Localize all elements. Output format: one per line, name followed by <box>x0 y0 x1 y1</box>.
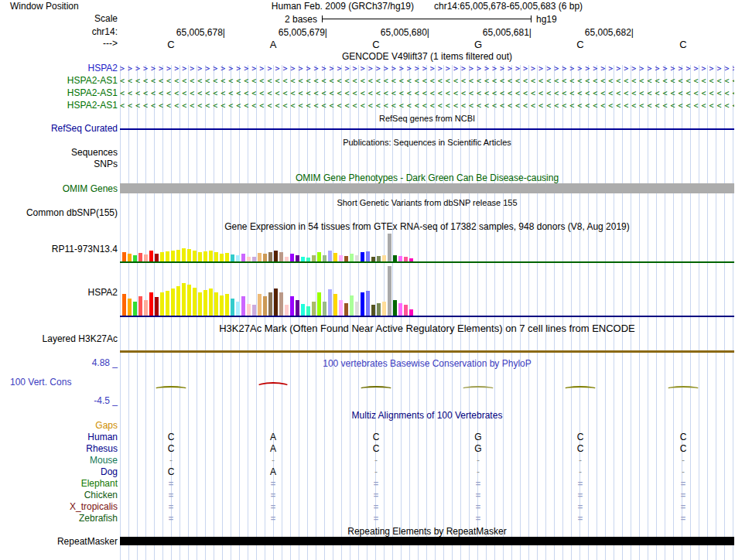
gtex-tissue-bar[interactable] <box>333 294 337 316</box>
gtex-tissue-bar[interactable] <box>236 255 240 261</box>
gtex-tissue-bar[interactable] <box>355 302 359 316</box>
omim-header[interactable]: OMIM Gene Phenotypes - Dark Green Can Be… <box>120 173 734 183</box>
gtex-tissue-bar[interactable] <box>138 253 142 261</box>
gtex-tissue-bar[interactable] <box>361 252 364 261</box>
gtex-tissue-bar[interactable] <box>122 252 126 261</box>
gtex-tissue-bar[interactable] <box>166 251 169 261</box>
gtex-tissue-bar[interactable] <box>317 252 321 261</box>
gtex-tissue-bar[interactable] <box>231 254 234 261</box>
gtex-tissue-bar[interactable] <box>160 292 164 316</box>
gtex-tissue-bar[interactable] <box>187 285 191 316</box>
gtex-tissue-bar[interactable] <box>258 294 262 316</box>
gtex-tissue-bar[interactable] <box>144 300 148 316</box>
gtex-tissue-bar[interactable] <box>155 297 159 316</box>
gtex-tissue-bar[interactable] <box>350 254 354 261</box>
gtex-tissue-bar[interactable] <box>133 302 137 316</box>
gtex-tissue-bar[interactable] <box>138 296 142 316</box>
gtex-tissue-bar[interactable] <box>263 254 267 261</box>
gtex-tissue-bar[interactable] <box>176 250 180 261</box>
gtex-tissue-bar[interactable] <box>333 253 337 261</box>
align-row-label-elephant[interactable]: Elephant <box>0 479 118 489</box>
h3k27ac-signal-line[interactable] <box>120 350 734 353</box>
gtex-tissue-bar[interactable] <box>214 252 218 261</box>
gtex-tissue-bar[interactable] <box>393 255 397 261</box>
track-label-layered-h3k27ac[interactable]: Layered H3K27Ac <box>0 334 118 344</box>
gtex-tissue-bar[interactable] <box>328 251 332 261</box>
gtex-tissue-bar[interactable] <box>225 294 229 316</box>
dbsnp-header[interactable]: Short Genetic Variants from dbSNP releas… <box>120 198 734 208</box>
gtex-tissue-bar[interactable] <box>155 254 159 261</box>
gtex-tissue-bar[interactable] <box>388 234 391 261</box>
gtex-tissue-bar[interactable] <box>128 254 132 261</box>
conservation-peak[interactable] <box>154 386 188 392</box>
gencode-header[interactable]: GENCODE V49lift37 (1 items filtered out) <box>120 52 734 62</box>
gtex-tissue-bar[interactable] <box>198 292 202 316</box>
track-label-refseq-curated[interactable]: RefSeq Curated <box>0 124 118 134</box>
track-label-hspa2[interactable]: HSPA2 <box>0 63 118 73</box>
gtex-tissue-bar[interactable] <box>404 257 408 261</box>
refseq-header[interactable]: RefSeq genes from NCBI <box>120 114 734 124</box>
gtex-tissue-bar[interactable] <box>393 300 397 316</box>
gtex-tissue-bar[interactable] <box>203 251 207 261</box>
publications-header[interactable]: Publications: Sequences in Scientific Ar… <box>120 138 734 148</box>
align-row-label-zebrafish[interactable]: Zebrafish <box>0 514 118 524</box>
gtex-tissue-bar[interactable] <box>339 300 343 316</box>
gtex-tissue-bar[interactable] <box>398 303 402 316</box>
gtex-tissue-bar[interactable] <box>241 296 245 316</box>
gtex-tissue-bar[interactable] <box>285 305 289 316</box>
gtex-tissue-bar[interactable] <box>301 257 305 261</box>
gtex-tissue-bar[interactable] <box>128 299 132 316</box>
gene-strand-arrows[interactable]: >>>>>>>>>>>>>>>>>>>>>>>>>>>>>>>>>>>>>>>>… <box>120 63 734 73</box>
track-label-rp11-973n13-4[interactable]: RP11-973N13.4 <box>0 244 118 254</box>
gtex-tissue-bar[interactable] <box>274 251 278 261</box>
repeatmasker-header[interactable]: Repeating Elements by RepeatMasker <box>120 527 734 537</box>
multiz-header[interactable]: Multiz Alignments of 100 Vertebrates <box>120 411 734 421</box>
gtex-tissue-bar[interactable] <box>306 258 310 261</box>
gtex-tissue-bar[interactable] <box>149 251 153 261</box>
align-row-label-gaps[interactable]: Gaps <box>0 421 118 431</box>
gtex-tissue-bar[interactable] <box>279 292 283 316</box>
gtex-tissue-bar[interactable] <box>263 296 267 316</box>
gtex-tissue-bar[interactable] <box>122 294 126 316</box>
gtex-tissue-bar[interactable] <box>209 251 213 261</box>
gtex-tissue-bar[interactable] <box>258 253 262 261</box>
gtex-tissue-bar[interactable] <box>166 291 169 316</box>
gtex-tissue-bar[interactable] <box>388 266 391 316</box>
gtex-tissue-bar[interactable] <box>220 295 224 316</box>
gtex-tissue-bar[interactable] <box>361 292 364 316</box>
gtex-tissue-bar[interactable] <box>339 255 343 261</box>
gtex-tissue-bar[interactable] <box>193 251 197 261</box>
gtex-tissue-bar[interactable] <box>382 302 386 316</box>
conservation-peak[interactable] <box>563 386 597 392</box>
gtex-tissue-bar[interactable] <box>371 257 375 261</box>
gtex-tissue-bar[interactable] <box>182 248 186 261</box>
align-row-label-human[interactable]: Human <box>0 432 118 442</box>
gtex-tissue-bar[interactable] <box>236 302 240 316</box>
gtex-header[interactable]: Gene Expression in 54 tissues from GTEx … <box>120 222 734 232</box>
align-row-label-x_tropicalis[interactable]: X_tropicalis <box>0 502 118 512</box>
track-label-sequences[interactable]: Sequences <box>0 148 118 158</box>
gtex-tissue-bar[interactable] <box>409 309 413 316</box>
phylop-header[interactable]: 100 vertebrates Basewise Conservation by… <box>120 359 734 369</box>
gtex-tissue-bar[interactable] <box>371 305 375 316</box>
gtex-tissue-bar[interactable] <box>187 249 191 261</box>
gtex-tissue-bar[interactable] <box>247 257 251 261</box>
gtex-tissue-bar[interactable] <box>306 306 310 316</box>
gtex-tissue-bar[interactable] <box>144 254 148 261</box>
gtex-tissue-bar[interactable] <box>296 255 299 261</box>
gtex-tissue-bar[interactable] <box>290 254 294 261</box>
gtex-tissue-bar[interactable] <box>344 256 348 261</box>
track-label-common-dbsnp[interactable]: Common dbSNP(155) <box>0 208 118 218</box>
gtex-tissue-bar[interactable] <box>193 288 197 316</box>
gtex-tissue-bar[interactable] <box>231 299 234 316</box>
track-label-hspa2-as1[interactable]: HSPA2-AS1 <box>0 101 118 111</box>
gtex-chart-rp11[interactable] <box>120 234 734 263</box>
gtex-tissue-bar[interactable] <box>176 286 180 316</box>
gtex-tissue-bar[interactable] <box>203 290 207 316</box>
gene-strand-arrows[interactable]: <<<<<<<<<<<<<<<<<<<<<<<<<<<<<<<<<<<<<<<<… <box>120 101 734 111</box>
gtex-tissue-bar[interactable] <box>268 292 272 316</box>
gtex-tissue-bar[interactable] <box>366 291 370 316</box>
gtex-tissue-bar[interactable] <box>171 251 175 261</box>
gtex-tissue-bar[interactable] <box>285 257 289 261</box>
gtex-tissue-bar[interactable] <box>279 252 283 261</box>
